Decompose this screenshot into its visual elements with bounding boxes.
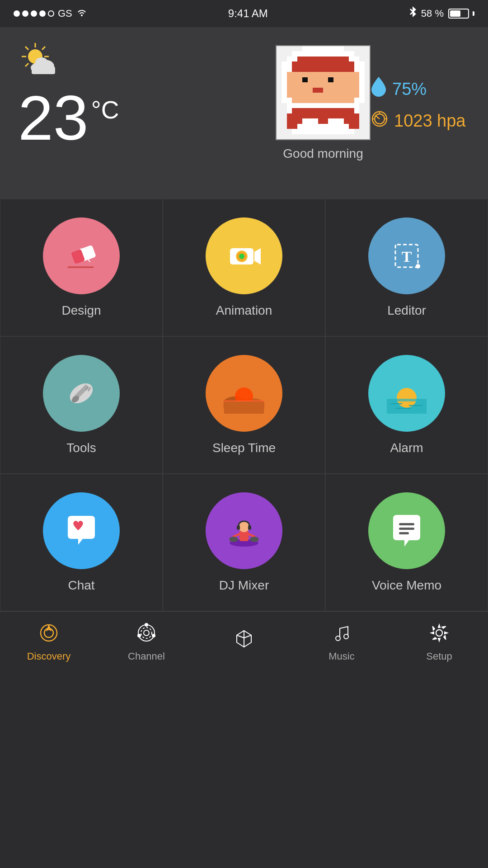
pressure-stat: 1023 hpa (371, 110, 466, 132)
svg-point-68 (152, 634, 155, 637)
svg-line-8 (25, 63, 28, 66)
signal-strength (14, 10, 54, 17)
dot2 (22, 10, 28, 17)
weather-left: 23 °C (18, 41, 276, 150)
pressure-icon (371, 110, 389, 132)
chat-label: Chat (68, 578, 94, 593)
music-label: Music (328, 651, 354, 662)
svg-rect-45 (387, 399, 427, 401)
nav-3d[interactable] (195, 629, 293, 656)
nav-channel[interactable]: Channel (98, 623, 195, 662)
sleeptime-icon (206, 355, 282, 432)
weather-right: 75% 1023 hpa (371, 41, 470, 132)
voicememo-label: Voice Memo (372, 578, 441, 593)
svg-line-7 (42, 47, 45, 50)
app-cell-design[interactable]: Design (0, 199, 163, 336)
battery-percentage: 58 % (421, 8, 444, 19)
status-left: GS (14, 8, 88, 19)
leditor-icon: T (368, 217, 445, 294)
svg-rect-53 (248, 525, 251, 530)
svg-point-56 (229, 537, 238, 542)
nav-setup[interactable]: Setup (390, 623, 488, 662)
design-label: Design (61, 303, 101, 318)
app-cell-leditor[interactable]: T Leditor (325, 199, 488, 336)
sleeptime-label: Sleep Time (212, 441, 276, 455)
carrier-label: GS (58, 8, 72, 19)
svg-rect-59 (399, 528, 414, 530)
alarm-icon (368, 355, 445, 432)
voicememo-icon (368, 492, 445, 569)
app-cell-alarm[interactable]: Alarm (325, 336, 488, 474)
music-icon (332, 623, 352, 647)
svg-line-73 (237, 635, 244, 638)
dot3 (31, 10, 37, 17)
svg-point-44 (397, 388, 417, 408)
nav-music[interactable]: Music (293, 623, 390, 662)
pressure-value: 1023 hpa (394, 111, 466, 131)
alarm-label: Alarm (390, 441, 423, 455)
dot1 (14, 10, 20, 17)
dot4 (39, 10, 46, 17)
bluetooth-icon (408, 6, 417, 21)
svg-point-75 (336, 636, 340, 641)
tools-icon (43, 355, 120, 432)
greeting-text: Good morning (283, 146, 363, 161)
design-icon (43, 217, 120, 294)
svg-rect-60 (399, 532, 409, 534)
weather-icon-wrap (18, 41, 276, 82)
temperature-display: 23 °C (18, 86, 276, 150)
humidity-icon (371, 77, 387, 102)
svg-line-72 (244, 635, 251, 638)
djmixer-icon (206, 492, 282, 569)
temp-unit: °C (91, 98, 119, 123)
chat-icon (43, 492, 120, 569)
status-bar: GS 9:41 AM 58 % (0, 0, 488, 27)
svg-marker-27 (254, 248, 261, 264)
app-cell-djmixer[interactable]: DJ Mixer (163, 474, 325, 611)
svg-rect-40 (224, 401, 264, 414)
app-cell-chat[interactable]: Chat (0, 474, 163, 611)
svg-rect-12 (32, 68, 55, 74)
dot5 (48, 10, 54, 17)
svg-point-26 (239, 254, 244, 259)
humidity-stat: 75% (371, 77, 427, 102)
setup-label: Setup (426, 651, 452, 662)
nav-discovery[interactable]: Discovery (0, 623, 98, 662)
discovery-label: Discovery (27, 651, 71, 662)
sun-cloud-icon (18, 48, 63, 84)
animation-icon (206, 217, 282, 294)
cube-icon (234, 629, 254, 653)
svg-line-54 (234, 534, 239, 537)
app-cell-animation[interactable]: Animation (163, 199, 325, 336)
svg-point-66 (141, 627, 152, 638)
svg-line-16 (375, 115, 380, 119)
weather-center: Good morning (276, 41, 371, 161)
svg-rect-52 (237, 525, 240, 530)
weather-section: 23 °C Good morning 75% (0, 27, 488, 199)
tools-label: Tools (66, 441, 96, 455)
battery-icon (448, 9, 474, 19)
svg-point-67 (145, 623, 148, 626)
svg-point-65 (144, 630, 149, 636)
svg-text:T: T (402, 248, 412, 265)
svg-point-69 (138, 634, 141, 637)
app-cell-tools[interactable]: Tools (0, 336, 163, 474)
status-time: 9:41 AM (228, 7, 268, 20)
app-cell-sleeptime[interactable]: Sleep Time (163, 336, 325, 474)
channel-icon (136, 623, 156, 647)
setup-icon (429, 623, 449, 647)
svg-line-55 (249, 534, 254, 537)
status-right: 58 % (408, 6, 474, 21)
temp-value: 23 (18, 86, 89, 150)
channel-label: Channel (128, 651, 165, 662)
svg-point-78 (436, 630, 442, 636)
svg-rect-58 (399, 523, 414, 525)
app-cell-voicememo[interactable]: Voice Memo (325, 474, 488, 611)
wifi-icon (76, 8, 88, 19)
app-grid: Design Animation T Leditor (0, 199, 488, 611)
bottom-nav: Discovery Channel (0, 611, 488, 674)
discovery-icon (39, 623, 59, 647)
svg-line-5 (25, 47, 28, 50)
djmixer-label: DJ Mixer (219, 578, 269, 593)
humidity-value: 75% (392, 80, 427, 99)
